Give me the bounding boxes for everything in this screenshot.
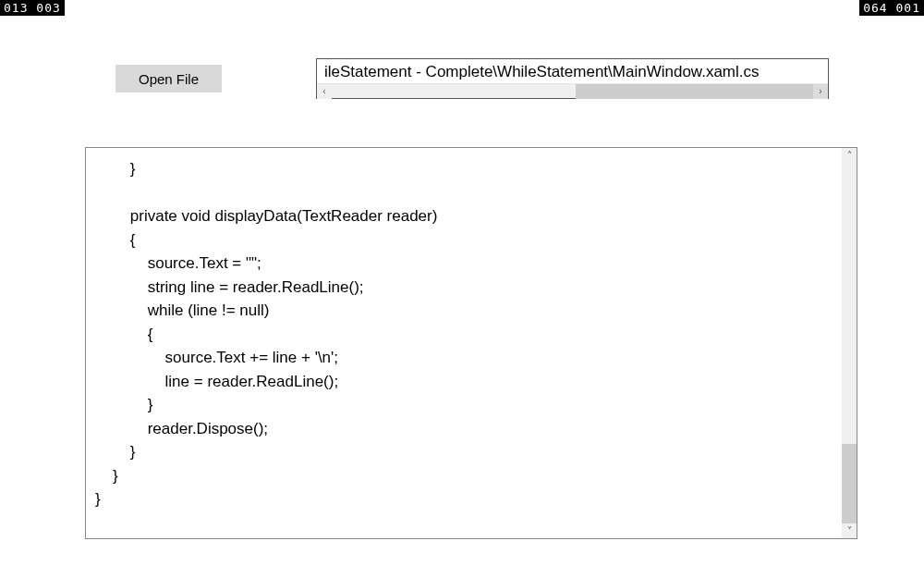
vscroll-thumb[interactable] bbox=[842, 444, 857, 523]
code-vscrollbar[interactable]: ˄ ˅ bbox=[842, 148, 857, 538]
scroll-right-icon[interactable]: › bbox=[813, 84, 828, 99]
scroll-down-icon[interactable]: ˅ bbox=[842, 523, 857, 538]
corner-badge-left: 013 003 bbox=[0, 0, 65, 16]
code-text: } private void displayData(TextReader re… bbox=[86, 148, 842, 538]
file-path-field[interactable]: ileStatement - Complete\WhileStatement\M… bbox=[316, 58, 829, 99]
code-viewer[interactable]: } private void displayData(TextReader re… bbox=[85, 147, 857, 539]
scroll-up-icon[interactable]: ˄ bbox=[842, 148, 857, 163]
file-path-hscrollbar[interactable]: ‹ › bbox=[317, 83, 828, 98]
open-file-button[interactable]: Open File bbox=[116, 65, 222, 92]
hscroll-thumb[interactable] bbox=[576, 84, 813, 99]
file-path-text: ileStatement - Complete\WhileStatement\M… bbox=[317, 59, 828, 83]
scroll-left-icon[interactable]: ‹ bbox=[317, 84, 332, 99]
corner-badge-right: 064 001 bbox=[859, 0, 924, 16]
